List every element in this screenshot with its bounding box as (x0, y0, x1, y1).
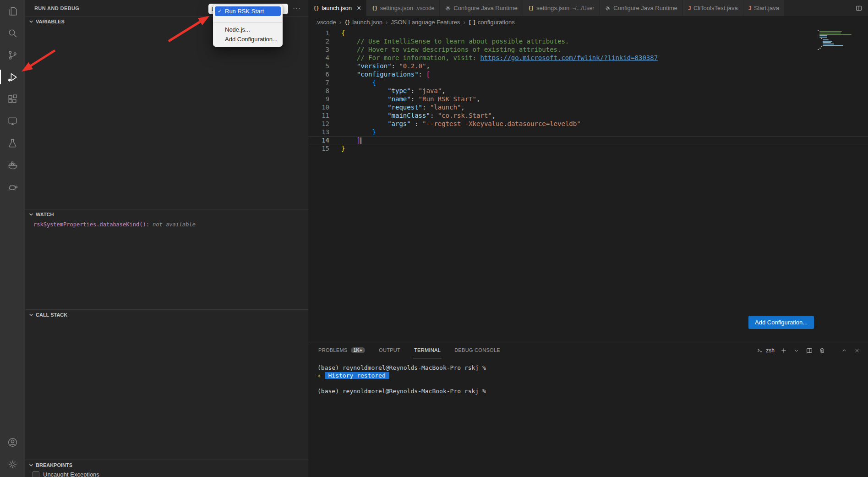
tab-label: Configure Java Runtime (453, 5, 517, 11)
section-label: WATCH (36, 212, 54, 217)
code-line: 11 "mainClass": "co.rsk.Start", (308, 111, 868, 120)
panel-tab-terminal[interactable]: TERMINAL (413, 342, 442, 358)
extensions-icon[interactable] (0, 88, 25, 110)
code-line: 12 "args" : "--regtest -Xkeyvalue.dataso… (308, 120, 868, 128)
minimap[interactable] (818, 30, 854, 50)
add-configuration-button[interactable]: Add Configuration... (748, 316, 814, 329)
breakpoint-row: Uncaught Exceptions (25, 470, 308, 477)
tab-description: ~/.../User (572, 5, 594, 11)
tab-settings-json[interactable]: {}settings.json~/.../User (523, 0, 600, 16)
chevron-down-icon (28, 211, 34, 218)
split-terminal-icon[interactable] (806, 347, 813, 354)
breadcrumb-item[interactable]: JSON Language Features (391, 19, 460, 26)
code-editor[interactable]: 1{2 // Use IntelliSense to learn about p… (308, 28, 868, 342)
tab-bar: {}launch.json×{}settings.json.vscodeConf… (308, 0, 868, 16)
code-line: 5 "version": "0.2.0", (308, 62, 868, 70)
code-lines: 1{2 // Use IntelliSense to learn about p… (308, 29, 868, 153)
tab-clitoolstest-java[interactable]: JCliToolsTest.java (683, 0, 743, 16)
chevron-down-icon (28, 18, 34, 25)
tab-settings-json[interactable]: {}settings.json.vscode (366, 0, 440, 16)
section-breakpoints[interactable]: BREAKPOINTS (25, 460, 308, 470)
close-tab-icon[interactable]: × (357, 4, 361, 12)
checkmark-icon: ✓ (218, 8, 225, 14)
panel-tab-output[interactable]: OUTPUT (378, 342, 401, 358)
activity-bar-bottom (0, 431, 25, 477)
source-control-icon[interactable] (0, 44, 25, 66)
terminal-shell-item[interactable]: zsh (756, 347, 775, 354)
tab-bar-actions (855, 0, 868, 16)
watch-value: not available (149, 221, 196, 228)
terminal-prompt-icon (756, 347, 764, 354)
explorer-icon[interactable] (0, 0, 25, 22)
text-cursor (360, 137, 361, 144)
code-line: 9 "name": "Run RSK Start", (308, 95, 868, 103)
remote-explorer-icon[interactable] (0, 110, 25, 132)
code-line: 8 "type": "java", (308, 87, 868, 95)
menu-item-add-configuration-[interactable]: Add Configuration... (215, 34, 281, 44)
code-line: 15} (308, 144, 868, 153)
watch-expression-row[interactable]: rskSystemProperties.databaseKind(): not … (25, 219, 308, 228)
tab-start-java[interactable]: JStart.java (743, 0, 785, 16)
turtle-icon[interactable] (0, 176, 25, 198)
docker-icon[interactable] (0, 154, 25, 176)
call-stack-body (25, 319, 308, 460)
close-panel-icon[interactable] (853, 347, 861, 354)
code-line: 4 // For more information, visit: https:… (308, 54, 868, 62)
settings-gear-icon[interactable] (0, 453, 25, 475)
breakpoint-label: Uncaught Exceptions (43, 471, 99, 477)
problems-count-badge: 1K+ (351, 347, 366, 353)
maximize-panel-icon[interactable] (841, 347, 848, 354)
kill-terminal-trash-icon[interactable] (819, 347, 826, 354)
section-label: CALL STACK (36, 312, 67, 318)
section-watch[interactable]: WATCH (25, 209, 308, 219)
tab-description: .vscode (415, 5, 434, 11)
tab-launch-json[interactable]: {}launch.json× (308, 0, 366, 16)
json-file-icon: {} (371, 5, 377, 11)
array-symbol-icon: [ ] (469, 20, 475, 25)
tab-configure-java-runtime[interactable]: Configure Java Runtime (440, 0, 523, 16)
breadcrumb-separator: › (463, 19, 465, 26)
java-file-icon: J (688, 5, 691, 11)
java-file-icon: J (748, 5, 752, 11)
panel-tab-problems[interactable]: PROBLEMS1K+ (317, 342, 366, 358)
panel-tabs: PROBLEMS1K+OUTPUTTERMINALDEBUG CONSOLE (317, 342, 501, 358)
testing-beaker-icon[interactable] (0, 132, 25, 154)
code-line: 2 // Use IntelliSense to learn about pos… (308, 37, 868, 45)
split-editor-icon[interactable] (855, 5, 863, 12)
bottom-panel: PROBLEMS1K+OUTPUTTERMINALDEBUG CONSOLE z… (308, 342, 868, 477)
new-terminal-icon[interactable] (780, 347, 787, 354)
section-label: BREAKPOINTS (36, 462, 72, 468)
code-line: 14 ] (308, 136, 868, 144)
tab-configure-java-runtime[interactable]: Configure Java Runtime (600, 0, 682, 16)
section-call-stack[interactable]: CALL STACK (25, 309, 308, 319)
breadcrumb-item[interactable]: .vscode (316, 19, 336, 26)
terminal-output[interactable]: (base) reynoldmorel@Reynolds-MacBook-Pro… (308, 358, 868, 395)
breadcrumb-item[interactable]: {}launch.json (344, 19, 382, 26)
accounts-icon[interactable] (0, 431, 25, 453)
chevron-down-icon (28, 312, 34, 318)
chevron-down-icon[interactable] (793, 347, 800, 354)
menu-item-node-js-[interactable]: Node.js... (215, 25, 281, 34)
gear-icon (445, 5, 451, 11)
code-line: 3 // Hover to view descriptions of exist… (308, 45, 868, 54)
panel-tab-debug-console[interactable]: DEBUG CONSOLE (453, 342, 501, 358)
tab-label: Start.java (754, 5, 779, 11)
json-icon: {} (344, 20, 350, 25)
breakpoints-body: Uncaught Exceptions (25, 470, 308, 477)
vscode-window: RUN AND DEBUG ··· D VARIABLES WATCH rskS… (0, 0, 868, 477)
activity-bar (0, 0, 25, 477)
menu-item-run-rsk-start[interactable]: ✓Run RSK Start (215, 6, 281, 16)
watch-body: rskSystemProperties.databaseKind(): not … (25, 219, 308, 309)
search-icon[interactable] (0, 22, 25, 44)
tab-label: CliToolsTest.java (693, 5, 738, 11)
more-actions-icon[interactable]: ··· (293, 4, 301, 12)
run-and-debug-sidebar: RUN AND DEBUG ··· D VARIABLES WATCH rskS… (25, 0, 308, 477)
breadcrumb-item[interactable]: [ ]configurations (469, 19, 515, 26)
section-label: VARIABLES (36, 19, 65, 24)
watch-expression: rskSystemProperties.databaseKind(): (33, 221, 149, 228)
run-and-debug-icon[interactable] (0, 66, 25, 88)
json-file-icon: {} (313, 5, 319, 11)
code-line: 7 { (308, 78, 868, 87)
uncaught-exceptions-checkbox[interactable] (33, 471, 39, 477)
tab-label: launch.json (322, 5, 352, 11)
